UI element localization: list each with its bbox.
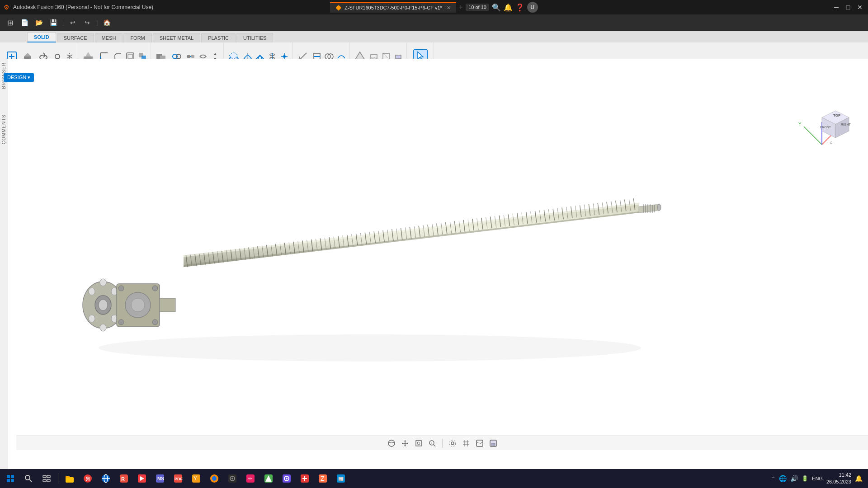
help-icon[interactable]: ❓ xyxy=(515,3,524,12)
save-btn[interactable]: 💾 xyxy=(47,16,60,29)
volume-icon[interactable]: 🔊 xyxy=(790,475,798,482)
taskbar-yandex[interactable]: Я xyxy=(79,470,96,487)
taskbar: Я R MS PDF Y ✏ Z 📰 ⌃ 🌐 xyxy=(0,469,868,488)
svg-point-51 xyxy=(89,288,95,295)
svg-text:Y: Y xyxy=(798,122,802,127)
3d-model-canvas[interactable]: (function() { const svg = document.getEl… xyxy=(8,59,868,469)
user-avatar[interactable]: U xyxy=(527,2,538,13)
language-indicator[interactable]: ENG xyxy=(812,476,823,481)
undo-btn[interactable]: ↩ xyxy=(66,16,79,29)
grid-btn[interactable] xyxy=(461,438,472,449)
svg-point-171 xyxy=(657,204,661,211)
svg-point-238 xyxy=(212,476,217,481)
task-view-btn[interactable] xyxy=(38,470,55,487)
open-file-btn[interactable]: 📂 xyxy=(33,16,45,29)
svg-point-241 xyxy=(231,478,233,479)
toolbar-divider-1 xyxy=(442,439,443,448)
svg-marker-193 xyxy=(404,445,406,446)
svg-text:FRONT: FRONT xyxy=(820,126,831,129)
visual-style-btn[interactable] xyxy=(474,438,485,449)
svg-point-248 xyxy=(286,478,288,479)
pan-btn[interactable] xyxy=(400,438,410,449)
close-btn[interactable]: ✕ xyxy=(855,3,864,12)
search-taskbar-btn[interactable] xyxy=(20,470,37,487)
svg-rect-210 xyxy=(7,475,10,478)
svg-rect-217 xyxy=(47,475,50,478)
comments-tab[interactable]: COMMENTS xyxy=(0,111,7,148)
left-sidebar: BROWSER COMMENTS xyxy=(0,59,8,469)
svg-marker-4 xyxy=(24,53,31,56)
tab-plastic[interactable]: PLASTIC xyxy=(201,33,236,42)
svg-text:MS: MS xyxy=(157,476,164,481)
svg-rect-218 xyxy=(43,479,46,482)
svg-rect-211 xyxy=(11,475,14,478)
svg-point-24 xyxy=(259,55,261,57)
svg-rect-216 xyxy=(43,475,46,478)
environment-btn[interactable] xyxy=(488,438,499,449)
svg-point-57 xyxy=(99,300,108,310)
taskbar-orange-app[interactable]: Z xyxy=(314,470,331,487)
tab-mesh[interactable]: MESH xyxy=(95,33,123,42)
svg-point-64 xyxy=(131,298,145,312)
zoom-fit-btn[interactable] xyxy=(413,438,424,449)
svg-text:PDF: PDF xyxy=(175,477,183,481)
svg-text:+: + xyxy=(430,441,432,445)
taskbar-teams[interactable]: MS xyxy=(151,470,169,487)
svg-point-62 xyxy=(152,319,158,325)
app-title: Autodesk Fusion 360 (Personal - Not for … xyxy=(13,4,153,10)
app-menu-btn[interactable]: ⊞ xyxy=(4,16,16,29)
display-settings-btn[interactable] xyxy=(447,438,458,449)
system-clock[interactable]: 11:42 26.05.2023 xyxy=(826,472,851,486)
minimize-btn[interactable]: ─ xyxy=(832,3,841,12)
show-hidden-icons[interactable]: ⌃ xyxy=(771,476,775,482)
svg-marker-192 xyxy=(404,440,406,441)
taskbar-corel[interactable]: ✏ xyxy=(242,470,259,487)
taskbar-yellow-app[interactable]: Y xyxy=(188,470,205,487)
add-tab-btn[interactable]: + xyxy=(459,3,463,11)
svg-point-53 xyxy=(89,315,95,322)
svg-text:TOP: TOP xyxy=(833,113,841,117)
svg-marker-41 xyxy=(355,52,364,59)
title-bar: ⚙ Autodesk Fusion 360 (Personal - Not fo… xyxy=(0,0,868,14)
title-bar-center: 🔶 Z-SFUR1605T3DC7-500-P0-F15-P6-CF v1* ✕… xyxy=(330,2,538,13)
title-bar-left: ⚙ Autodesk Fusion 360 (Personal - Not fo… xyxy=(4,4,153,11)
orbit-btn[interactable] xyxy=(386,438,397,449)
svg-point-60 xyxy=(152,286,158,291)
tab-utilities[interactable]: UTILITIES xyxy=(236,33,273,42)
tab-form[interactable]: FORM xyxy=(123,33,151,42)
svg-point-214 xyxy=(25,475,30,480)
bottom-toolbar: + xyxy=(16,436,868,450)
new-file-btn[interactable]: 📄 xyxy=(18,16,31,29)
tab-sheet-metal[interactable]: SHEET METAL xyxy=(153,33,200,42)
svg-marker-194 xyxy=(402,442,403,444)
tab-solid[interactable]: SOLID xyxy=(27,32,56,42)
tab-surface[interactable]: SURFACE xyxy=(57,33,94,42)
taskbar-pdf[interactable]: PDF xyxy=(170,470,187,487)
notification-center-icon[interactable]: 🔔 xyxy=(855,475,863,482)
search-online-icon[interactable]: 🔍 xyxy=(492,3,501,12)
redo-btn[interactable]: ↪ xyxy=(81,16,94,29)
taskbar-obs[interactable] xyxy=(278,470,295,487)
taskbar-ie[interactable] xyxy=(97,470,114,487)
notification-icon[interactable]: 🔔 xyxy=(504,3,513,12)
taskbar-davinci[interactable] xyxy=(224,470,241,487)
taskbar-firefox[interactable] xyxy=(206,470,223,487)
taskbar-red-app[interactable] xyxy=(296,470,313,487)
taskbar-news[interactable]: 📰 xyxy=(332,470,349,487)
tab-close-btn[interactable]: ✕ xyxy=(447,5,451,11)
taskbar-green-app[interactable] xyxy=(260,470,277,487)
taskbar-anydesk[interactable] xyxy=(133,470,151,487)
design-workspace-btn[interactable]: DESIGN ▾ xyxy=(4,73,34,82)
start-btn[interactable] xyxy=(2,470,19,487)
file-tab[interactable]: 🔶 Z-SFUR1605T3DC7-500-P0-F15-P6-CF v1* ✕ xyxy=(330,2,456,13)
home-btn[interactable]: 🏠 xyxy=(100,16,113,29)
svg-point-201 xyxy=(451,442,454,445)
zoom-window-btn[interactable]: + xyxy=(427,438,438,449)
svg-rect-212 xyxy=(7,479,10,482)
taskbar-readdle[interactable]: R xyxy=(115,470,132,487)
maximize-btn[interactable]: □ xyxy=(844,3,853,12)
svg-rect-209 xyxy=(491,443,495,446)
taskbar-explorer[interactable] xyxy=(61,470,78,487)
svg-point-197 xyxy=(417,442,420,445)
svg-point-6 xyxy=(55,54,60,59)
